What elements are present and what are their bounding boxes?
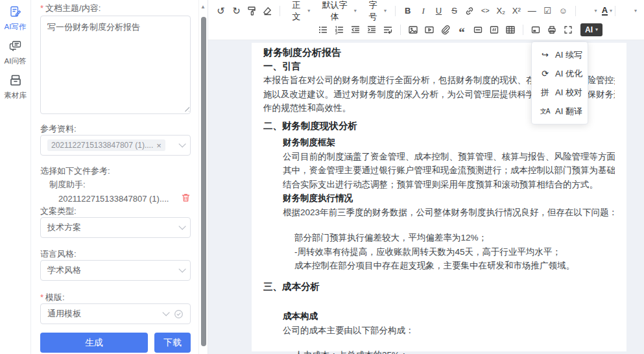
chevron-down-icon bbox=[178, 265, 185, 272]
chevron-down-icon bbox=[162, 309, 169, 316]
align-icon bbox=[622, 5, 632, 17]
checkbox-button[interactable]: ☑ bbox=[540, 4, 555, 18]
fullscreen-button[interactable] bbox=[560, 23, 576, 37]
underline-button[interactable]: U bbox=[431, 4, 446, 18]
sidebar-item-material-library[interactable]: 素材库 bbox=[4, 74, 27, 100]
page-layout-button[interactable] bbox=[528, 23, 543, 37]
tag-close-icon[interactable]: × bbox=[156, 141, 161, 150]
doc-subheading: 财务制度框架 bbox=[283, 136, 615, 150]
style-select[interactable]: 学术风格 bbox=[40, 260, 191, 281]
paragraph-style-dropdown[interactable]: 正文▾ bbox=[285, 4, 314, 18]
caret-down-icon: ▾ bbox=[384, 8, 387, 14]
line-break-button[interactable] bbox=[380, 23, 396, 37]
assistant-file-name: 2021122715133847807 (1).... bbox=[58, 194, 169, 204]
form-panel: *文档主题/内容: 写一份财务制度分析报告 参考资料: 202112271513… bbox=[31, 0, 198, 354]
required-asterisk: * bbox=[40, 292, 43, 302]
delete-file-button[interactable] bbox=[181, 193, 191, 205]
inline-code-button[interactable]: <> bbox=[478, 4, 493, 18]
print-button[interactable] bbox=[544, 23, 560, 37]
chevron-down-icon bbox=[178, 140, 185, 147]
format-painter-button[interactable] bbox=[244, 4, 259, 18]
doc-list-item: 部分部门预算执行偏差较大，平均偏差率为12%； bbox=[294, 231, 615, 245]
editor-content-area: 财务制度分析报告 一、引言 本报告旨在对公司的财务制度进行全面分析，包括财务制度… bbox=[208, 40, 644, 354]
menu-item-ai-translate[interactable]: 文A AI 翻译 bbox=[532, 102, 588, 121]
ai-tools-button[interactable]: AI▾ bbox=[580, 23, 602, 36]
attachment-button[interactable] bbox=[438, 23, 453, 37]
code-block-button[interactable] bbox=[486, 23, 502, 37]
caret-down-icon: ▾ bbox=[307, 8, 310, 14]
sidebar-item-ai-qa[interactable]: AI问答 bbox=[5, 40, 27, 66]
assistant-label: 制度助手: bbox=[49, 179, 191, 191]
emoji-button[interactable]: ☺ bbox=[556, 4, 571, 18]
caret-down-icon: ▾ bbox=[354, 8, 357, 14]
app-window: AI写作 AI问答 素材库 *文档主题/内容: 写一份财务制度分析报告 参考资料… bbox=[0, 0, 644, 354]
required-asterisk: * bbox=[40, 3, 43, 13]
caret-down-icon: ▾ bbox=[634, 8, 637, 14]
ai-optimize-icon: ⟳ bbox=[540, 69, 550, 78]
reference-select[interactable]: 2021122715133847807 (1).... × bbox=[40, 135, 191, 156]
topic-input[interactable]: 写一份财务制度分析报告 bbox=[40, 16, 191, 114]
redo-button[interactable]: ↻ bbox=[229, 4, 244, 18]
font-size-dropdown[interactable]: 字号▾ bbox=[361, 4, 390, 18]
menu-item-ai-proofread[interactable]: 拼 AI 校对 bbox=[532, 83, 588, 102]
menu-item-ai-continue[interactable]: ↪ AI 续写 bbox=[532, 45, 588, 64]
template-select[interactable]: 通用模板 bbox=[40, 303, 191, 324]
reference-tag: 2021122715133847807 (1).... × bbox=[47, 139, 165, 151]
align-dropdown[interactable]: ▾ bbox=[620, 4, 639, 18]
doc-line: 根据2023年前三季度的财务数据，公司整体财务制度执行情况良好，但存在以下问题： bbox=[283, 206, 615, 220]
material-library-icon bbox=[9, 74, 22, 89]
reference-label: 参考资料: bbox=[40, 123, 191, 135]
doc-line: 结合实际支出进行动态调整；预算管理则采用年度预算和滚动预算相结合的方式。 bbox=[283, 178, 615, 192]
eraser-button[interactable] bbox=[260, 4, 275, 18]
doc-line: 公司的成本主要由以下部分构成： bbox=[283, 324, 615, 338]
sidebar-item-label: AI问答 bbox=[5, 56, 27, 66]
circle-check-icon bbox=[174, 309, 184, 319]
horizontal-rule-button[interactable]: — bbox=[525, 4, 540, 18]
italic-button[interactable]: I bbox=[416, 4, 431, 18]
doc-subheading: 成本构成 bbox=[283, 309, 615, 324]
scroll-up-arrow[interactable]: ▲ bbox=[200, 4, 206, 10]
indent-button[interactable] bbox=[364, 23, 379, 37]
caret-down-icon: ▾ bbox=[595, 8, 597, 14]
topic-label: *文档主题/内容: bbox=[40, 3, 191, 14]
sidebar-item-label: 素材库 bbox=[4, 91, 27, 100]
ai-write-icon bbox=[9, 5, 22, 21]
bullet-list-button[interactable] bbox=[315, 23, 331, 37]
file-select-label: 选择如下文件参考: bbox=[40, 165, 191, 177]
insert-table-button[interactable] bbox=[503, 23, 518, 37]
undo-button[interactable]: ↺ bbox=[213, 4, 228, 18]
divider-block-button[interactable] bbox=[470, 23, 486, 37]
font-color-icon: A bbox=[602, 6, 608, 16]
strikethrough-button[interactable]: S bbox=[447, 4, 462, 18]
ordered-list-button[interactable] bbox=[331, 23, 347, 37]
highlight-pen-icon bbox=[582, 5, 593, 17]
download-button[interactable]: 下载 bbox=[154, 333, 191, 353]
ai-translate-icon: 文A bbox=[540, 107, 550, 116]
doc-type-select[interactable]: 技术方案 bbox=[40, 217, 191, 238]
ai-dropdown-menu: ↪ AI 续写 ⟳ AI 优化 拼 AI 校对 文A AI 翻译 bbox=[531, 41, 588, 124]
bold-button[interactable]: B bbox=[400, 4, 415, 18]
link-button[interactable] bbox=[462, 4, 477, 18]
insert-video-button[interactable] bbox=[422, 23, 437, 37]
template-label: *模版: bbox=[40, 292, 191, 303]
ai-proofread-icon: 拼 bbox=[540, 87, 550, 99]
subscript-button[interactable]: X₂ bbox=[494, 4, 508, 18]
sidebar-item-ai-write[interactable]: AI写作 bbox=[5, 5, 27, 32]
menu-item-ai-optimize[interactable]: ⟳ AI 优化 bbox=[532, 64, 588, 83]
caret-down-icon: ▾ bbox=[595, 27, 598, 32]
highlight-color-dropdown[interactable]: ▾ bbox=[580, 4, 599, 18]
generate-button[interactable]: 生成 bbox=[40, 333, 148, 353]
doc-line: 其中，资金管理主要通过银行账户管理和现金流预测进行；成本控制以部门预算为基础， bbox=[283, 163, 615, 178]
font-family-dropdown[interactable]: 默认字体▾ bbox=[315, 4, 360, 18]
superscript-button[interactable]: X² bbox=[509, 4, 524, 18]
blockquote-button[interactable]: “ bbox=[454, 23, 470, 37]
scrollbar-thumb[interactable] bbox=[201, 17, 206, 346]
style-label: 语言风格: bbox=[40, 248, 191, 260]
insert-image-button[interactable] bbox=[405, 23, 421, 37]
chevron-down-icon bbox=[178, 222, 185, 230]
panel-scrollbar: ▲ bbox=[198, 0, 208, 354]
sidebar-item-label: AI写作 bbox=[5, 22, 27, 32]
doc-line: 公司目前的制度涵盖了资金管理、成本控制、预算管理、核算与报告、风险管理等方面。 bbox=[283, 150, 615, 164]
outdent-button[interactable] bbox=[348, 23, 363, 37]
font-color-dropdown[interactable]: A ▾ bbox=[600, 4, 614, 18]
